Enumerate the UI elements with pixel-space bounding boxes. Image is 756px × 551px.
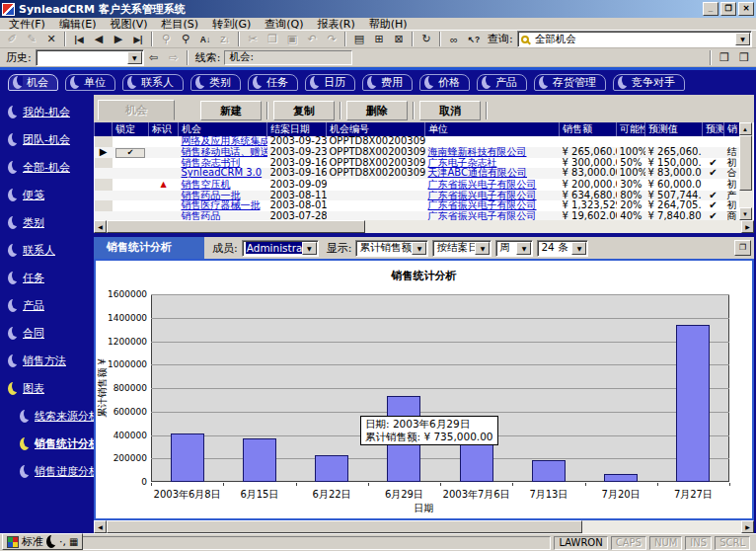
action-button-0[interactable]: 新建 [200, 101, 262, 120]
refresh-icon[interactable]: ↻ [416, 31, 436, 47]
dropdown-arrow-icon[interactable]: ▼ [516, 242, 531, 255]
print-preview-icon[interactable]: ⊠ [389, 31, 409, 47]
last-record-icon[interactable]: ▶| [128, 31, 148, 47]
paste-icon[interactable]: ▣ [282, 31, 302, 47]
chart-bar[interactable] [243, 438, 276, 482]
opportunity-link[interactable]: 销售医疗器械一批 [182, 200, 261, 210]
column-header[interactable]: 标识 [149, 122, 179, 136]
sidebar-item[interactable]: 产品 [0, 291, 94, 319]
history-combobox[interactable]: ▼ [36, 49, 144, 66]
ime-mode-label[interactable]: 标准 [22, 534, 43, 549]
tab-item[interactable]: 单位 [65, 74, 115, 91]
scrollbar-thumb[interactable] [739, 135, 752, 191]
sidebar-item[interactable]: 销售统计分析 [0, 430, 94, 457]
tab-item[interactable]: 费用 [362, 74, 413, 91]
tab-item[interactable]: 日历 [305, 74, 355, 91]
opportunity-link[interactable]: 销售杂志书刊 [182, 158, 241, 168]
unit-link[interactable]: 广东省振兴电子有限公司 [428, 179, 537, 190]
dropdown-arrow-icon[interactable]: ▼ [571, 242, 586, 255]
menu-item[interactable]: 帮助(H) [362, 17, 415, 32]
count-combobox[interactable]: 24 条 ▼ [537, 240, 588, 257]
back-button[interactable]: ⇦ [144, 49, 164, 66]
column-header[interactable]: 机会 [179, 122, 267, 136]
prev-record-icon[interactable]: ◀ [89, 31, 109, 47]
forward-button[interactable]: ⇨ [164, 49, 184, 66]
dropdown-arrow-icon[interactable]: ▼ [302, 242, 317, 255]
find-binoculars-icon[interactable]: ∞ [444, 31, 464, 47]
table-row[interactable]: ▲销售空压机2003-09-09广东省振兴电子有限公司¥ 200,000.003… [95, 179, 739, 191]
column-header[interactable]: 机会编号 [327, 122, 425, 136]
chart-bar[interactable] [171, 433, 204, 482]
sidebar-item[interactable]: 联系人 [0, 236, 94, 264]
column-header[interactable]: 预测值 [645, 122, 703, 136]
layout-view-icon[interactable]: ❒ [715, 49, 734, 66]
sidebar-item[interactable]: 任务 [0, 264, 94, 291]
tab-item[interactable]: 任务 [248, 74, 298, 91]
new-record-icon[interactable]: ✐ [2, 31, 22, 47]
menu-item[interactable]: 视图(V) [103, 17, 154, 32]
scroll-down-button[interactable]: ▼ [739, 207, 752, 220]
table-row[interactable]: 销售医疗器械一批2003-08-01广东省振兴电子有限公司¥ 1,323,529… [95, 200, 739, 211]
scroll-right-button[interactable]: ▶ [741, 520, 754, 533]
action-button-2[interactable]: 删除 [346, 101, 408, 120]
action-button-3[interactable]: 取消 [419, 101, 481, 120]
chart-bar[interactable] [315, 455, 348, 482]
period-combobox[interactable]: 周 ▼ [495, 240, 533, 257]
unit-link[interactable]: 海南蜂新科技有限公司 [428, 147, 527, 157]
group-by-combobox[interactable]: 按结案日期 ▼ [432, 240, 491, 257]
scroll-right-button[interactable]: ▶ [741, 220, 754, 233]
horizontal-scrollbar[interactable]: ◀ ▶ [94, 520, 754, 533]
search-icon[interactable]: ⚲ [156, 31, 176, 47]
opportunity-link[interactable]: 销售空压机 [182, 179, 231, 190]
scrollbar-thumb[interactable] [107, 520, 582, 533]
action-button-1[interactable]: 复制 [273, 101, 335, 120]
sidebar-item[interactable]: 类别 [0, 208, 94, 236]
chart-bar[interactable] [676, 325, 710, 482]
vertical-scrollbar[interactable]: ▲ ▼ [739, 122, 753, 220]
column-header[interactable]: 销售额 [560, 122, 617, 136]
search-document-icon[interactable]: ⚲ [176, 31, 195, 47]
dropdown-arrow-icon[interactable]: ▼ [412, 242, 426, 255]
column-header[interactable]: 预测 [703, 122, 724, 136]
display-combobox[interactable]: 累计销售额 ▼ [355, 240, 428, 257]
column-header[interactable]: 锁定 [113, 122, 149, 136]
scroll-left-button[interactable]: ◀ [94, 520, 107, 533]
ime-logo-icon[interactable] [7, 536, 19, 548]
dropdown-arrow-icon[interactable]: ▼ [127, 51, 142, 64]
column-header[interactable]: 销 [724, 122, 739, 136]
sidebar-item[interactable]: 便笺 [0, 181, 94, 208]
restore-button[interactable]: ❐ [720, 2, 736, 16]
tab-item[interactable]: 联系人 [122, 74, 184, 91]
menu-item[interactable]: 编辑(E) [52, 17, 104, 32]
redo-icon[interactable]: ↷ [322, 31, 341, 47]
table-row[interactable]: 网络及应用系统集成2003-09-23OPPTD8X0020030923001 [95, 136, 739, 147]
column-header[interactable]: 单位 [425, 122, 560, 136]
dropdown-arrow-icon[interactable]: ▼ [735, 33, 750, 45]
maximize-panel-button[interactable]: ❐ [734, 240, 751, 256]
ime-toolbar[interactable]: 标准 ·, ▦ [2, 533, 83, 550]
unit-link[interactable]: 广东省振兴电子有限公司 [428, 191, 537, 200]
unit-link[interactable]: 广东电子杂志社 [428, 158, 497, 168]
unit-link[interactable]: 天津ABC通信有限公司 [428, 168, 528, 178]
opportunity-link[interactable]: SynleadCRM 3.0 [182, 168, 263, 178]
help-pointer-icon[interactable]: ↖? [464, 31, 484, 47]
column-header[interactable]: 可能性 [617, 122, 645, 136]
tab-item[interactable]: 存货管理 [534, 74, 606, 91]
print-icon[interactable]: ▤ [349, 31, 369, 47]
page-setup-icon[interactable]: ⊞ [369, 31, 389, 47]
chart-bar[interactable] [532, 460, 566, 482]
table-row[interactable]: SynleadCRM 3.02003-09-16OPPTD8X002003091… [95, 168, 739, 179]
scrollbar-thumb[interactable] [107, 220, 365, 233]
menu-item[interactable]: 转到(G) [205, 17, 258, 32]
unit-link[interactable]: 广东省振兴电子有限公司 [428, 200, 537, 210]
ime-keyboard-icon[interactable]: ▦ [69, 536, 78, 547]
edit-record-icon[interactable]: ✎ [22, 31, 41, 47]
opportunity-link[interactable]: 销售移动电话、赠送 [182, 147, 267, 157]
table-row[interactable]: 销售药品一批2003-08-11广东省振兴电子有限公司¥ 634,680.008… [95, 191, 739, 201]
sidebar-item[interactable]: 销售进度分析 [0, 457, 94, 485]
table-row[interactable]: 销售杂志书刊2003-09-16OPPTD8X0020030916001广东电子… [95, 158, 739, 169]
opportunity-link[interactable]: 销售药品一批 [182, 191, 241, 200]
sort-ascending-icon[interactable]: A↓ [195, 31, 215, 47]
scroll-left-button[interactable]: ◀ [94, 220, 107, 233]
member-combobox[interactable]: Administrator ▼ [242, 240, 319, 257]
